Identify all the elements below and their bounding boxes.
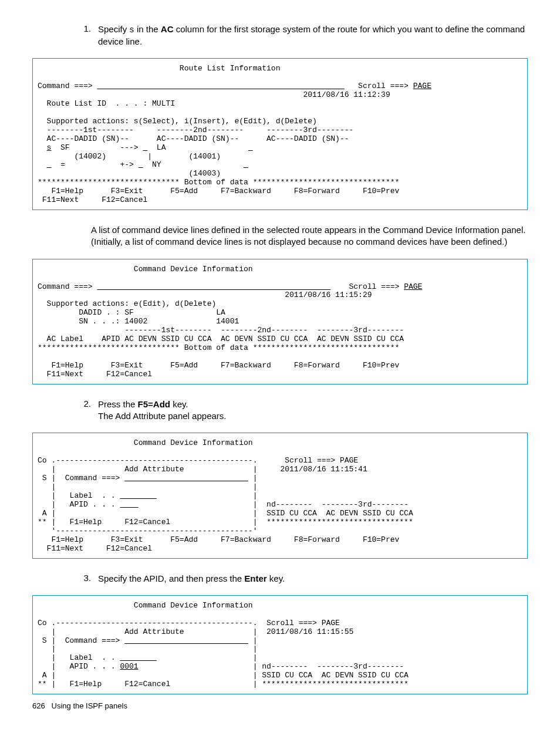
step-text: Specify the APID, and then press the Ent… [98, 573, 528, 585]
add-attribute-panel-2: Command Device Information Co .---------… [32, 595, 528, 694]
step-text: Press the F5=Add key. The Add Attribute … [98, 399, 528, 423]
bold-f5add: F5=Add [138, 399, 170, 409]
step-number: 1. [68, 23, 98, 48]
step-3: 3. Specify the APID, and then press the … [68, 573, 528, 585]
bold-ac: AC [161, 24, 174, 34]
step-text: Specify s in the AC column for the first… [98, 23, 528, 48]
step-number: 2. [68, 399, 98, 423]
add-attribute-panel-1: Command Device Information Co .---------… [32, 433, 528, 558]
footer-title: Using the ISPF panels [52, 701, 127, 710]
step-number: 3. [68, 573, 98, 585]
command-device-panel-1: Command Device Information Command ===> … [32, 259, 528, 384]
route-list-panel: Route List Information Command ===> Scro… [32, 58, 528, 210]
code-s: s [129, 25, 134, 35]
paragraph-1: A list of command device lines defined i… [91, 224, 528, 248]
bold-enter: Enter [244, 573, 266, 583]
page-number: 626 [32, 701, 45, 710]
step-2: 2. Press the F5=Add key. The Add Attribu… [68, 399, 528, 423]
page-footer: 626 Using the ISPF panels [32, 701, 528, 710]
step-1: 1. Specify s in the AC column for the fi… [68, 23, 528, 48]
